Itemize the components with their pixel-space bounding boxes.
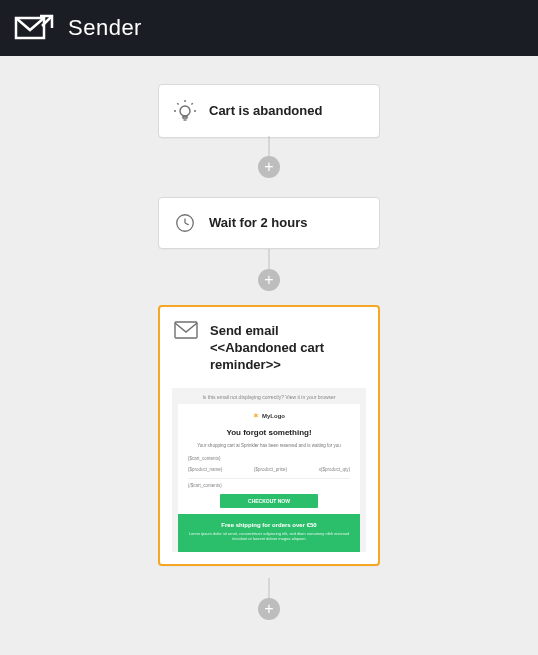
add-step-button[interactable]: + bbox=[258, 269, 280, 291]
envelope-icon bbox=[174, 321, 198, 339]
email-preview-container: Is this email not displaying correctly? … bbox=[160, 388, 378, 564]
svg-line-3 bbox=[177, 103, 178, 104]
add-step-button[interactable]: + bbox=[258, 598, 280, 620]
node-email-label: Send email <<Abandoned cart reminder>> bbox=[210, 321, 364, 374]
automation-canvas[interactable]: Cart is abandoned + Wait for 2 hours + bbox=[0, 56, 538, 655]
preview-headline: You forgot something! bbox=[188, 428, 350, 437]
svg-rect-12 bbox=[175, 322, 197, 338]
app-header: Sender bbox=[0, 0, 538, 56]
preview-placeholder: {/$cart_contents} bbox=[188, 483, 350, 488]
node-email[interactable]: Send email <<Abandoned cart reminder>> I… bbox=[158, 305, 380, 566]
preview-product-row: {$product_name} {$product_price} x{$prod… bbox=[188, 467, 350, 472]
add-step-button[interactable]: + bbox=[258, 156, 280, 178]
svg-point-7 bbox=[180, 106, 190, 116]
email-preview: Is this email not displaying correctly? … bbox=[172, 388, 366, 552]
preview-subhead: Your shopping cart at Sprinkler has been… bbox=[188, 443, 350, 448]
brand-name: Sender bbox=[68, 15, 142, 41]
svg-line-4 bbox=[191, 103, 192, 104]
clock-icon bbox=[173, 212, 197, 234]
node-delay[interactable]: Wait for 2 hours bbox=[158, 197, 380, 249]
divider bbox=[188, 478, 350, 479]
preview-banner: Free shipping for orders over €50 Lorem … bbox=[178, 514, 360, 552]
preview-banner-title: Free shipping for orders over €50 bbox=[186, 522, 352, 528]
star-icon: ✶ bbox=[253, 412, 259, 420]
svg-line-11 bbox=[185, 223, 189, 225]
lightbulb-icon bbox=[173, 99, 197, 123]
preview-logo-text: MyLogo bbox=[262, 413, 285, 419]
preview-cta-button: CHECKOUT NOW bbox=[220, 494, 317, 508]
preview-body: ✶ MyLogo You forgot something! Your shop… bbox=[178, 404, 360, 514]
preview-placeholder: {$cart_contents} bbox=[188, 456, 350, 461]
preview-banner-sub: Lorem ipsum dolor sit amet, consectetuer… bbox=[186, 531, 352, 542]
preview-logo: ✶ MyLogo bbox=[188, 412, 350, 420]
node-trigger-label: Cart is abandoned bbox=[209, 103, 322, 120]
sender-logo-icon bbox=[14, 13, 54, 43]
preview-top-note: Is this email not displaying correctly? … bbox=[178, 394, 360, 400]
node-delay-label: Wait for 2 hours bbox=[209, 215, 307, 232]
node-trigger[interactable]: Cart is abandoned bbox=[158, 84, 380, 138]
